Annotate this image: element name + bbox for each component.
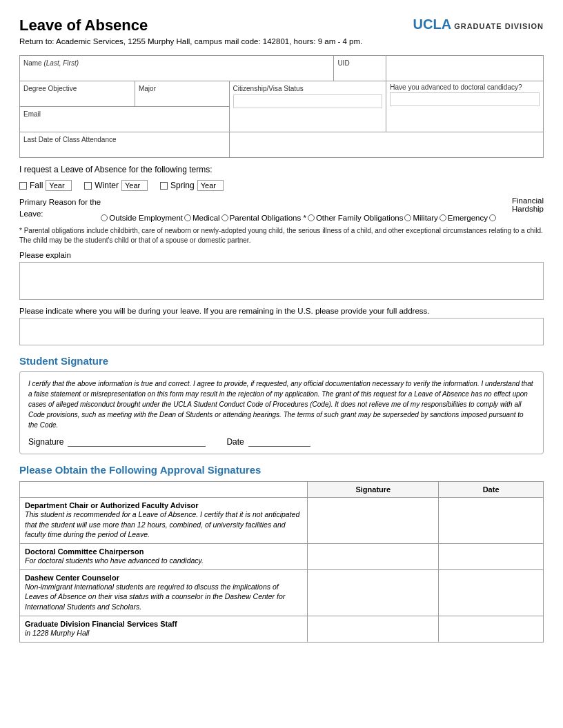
outside-employment-radio[interactable] — [101, 214, 108, 221]
financial-option[interactable] — [489, 214, 496, 221]
date-col-header: Date — [439, 482, 544, 498]
fall-label: Fall — [30, 181, 43, 190]
name-value[interactable] — [23, 68, 330, 79]
medical-label: Medical — [192, 214, 220, 222]
parental-option[interactable]: Parental Obligations * — [221, 214, 306, 222]
parental-radio[interactable] — [221, 214, 228, 221]
outside-employment-label: Outside Employment — [109, 214, 183, 222]
winter-year[interactable]: Year — [121, 180, 148, 191]
approval-row-2-title: Dashew Center Counselor — [25, 574, 302, 582]
fall-term: Fall Year — [19, 180, 72, 191]
last-date-value[interactable] — [23, 144, 226, 155]
financial-header: Financial Hardship — [101, 196, 544, 213]
major-label: Major — [139, 85, 156, 92]
spring-term: Spring Year — [160, 180, 224, 191]
date-field: Date — [226, 437, 310, 447]
approval-row: Doctoral Committee ChairpersonFor doctor… — [20, 544, 544, 570]
sig-box: I certify that the above information is … — [19, 371, 544, 454]
fall-year[interactable]: Year — [46, 180, 72, 191]
winter-checkbox[interactable] — [84, 182, 92, 190]
sig-col-header: Signature — [308, 482, 439, 498]
approval-row-3-sig[interactable] — [308, 616, 439, 642]
approval-row: Graduate Division Financial Services Sta… — [20, 616, 544, 642]
military-radio[interactable] — [404, 214, 411, 221]
email-label: Email — [23, 110, 41, 118]
email-value[interactable] — [23, 119, 226, 130]
explain-textarea[interactable] — [19, 262, 544, 300]
emergency-radio[interactable] — [439, 214, 446, 221]
approval-row-0-desc: This student is recommended for a Leave … — [25, 509, 302, 540]
financial-radio[interactable] — [489, 214, 496, 221]
signature-label: Signature — [28, 437, 63, 447]
uid-value[interactable] — [337, 68, 382, 79]
explain-section: Please explain — [19, 251, 544, 300]
outside-employment-option[interactable]: Outside Employment — [101, 214, 183, 222]
signature-field: Signature — [28, 437, 206, 447]
personal-info-table: Name (Last, First) UID Degree Objective … — [19, 55, 544, 158]
page-title: Leave of Absence — [19, 17, 148, 34]
fall-checkbox[interactable] — [19, 182, 27, 190]
winter-term: Winter Year — [84, 180, 148, 191]
doctoral-value[interactable] — [390, 92, 540, 106]
spring-year[interactable]: Year — [197, 180, 224, 191]
approval-row-2-sig[interactable] — [308, 569, 439, 616]
parental-note: * Parental obligations include childbirt… — [19, 226, 544, 245]
grad-division: GRADUATE DIVISION — [454, 22, 544, 30]
approval-row-0-date[interactable] — [439, 498, 544, 544]
doctoral-label: Have you advanced to doctoral candidacy? — [390, 83, 540, 91]
approval-title: Please Obtain the Following Approval Sig… — [19, 464, 544, 476]
approval-row-0-title: Department Chair or Authorized Faculty A… — [25, 501, 302, 509]
approval-row-2-desc: Non-immigrant international students are… — [25, 582, 302, 612]
terms-row: Fall Year Winter Year Spring Year — [19, 180, 544, 191]
sig-cert-text: I certify that the above information is … — [28, 378, 535, 430]
winter-label: Winter — [95, 181, 119, 190]
approval-section: Please Obtain the Following Approval Sig… — [19, 464, 544, 643]
approval-row-2-date[interactable] — [439, 569, 544, 616]
sig-section-title: Student Signature — [19, 355, 544, 367]
citizenship-label: Citizenship/Visa Status — [233, 83, 383, 93]
last-date-label: Last Date of Class Attendance — [23, 136, 117, 143]
date-label: Date — [226, 437, 244, 447]
family-option[interactable]: Other Family Obligations — [308, 214, 404, 222]
address-label: Please indicate where you will be during… — [19, 307, 544, 315]
date-line[interactable] — [248, 437, 310, 447]
emergency-option[interactable]: Emergency — [439, 214, 488, 222]
address-section: Please indicate where you will be during… — [19, 307, 544, 345]
signature-line[interactable] — [68, 437, 206, 447]
emergency-label: Emergency — [448, 214, 488, 222]
approval-row-1-sig[interactable] — [308, 544, 439, 570]
reason-options: Financial Hardship Outside Employment Me… — [101, 196, 544, 223]
return-address: Return to: Academic Services, 1255 Murph… — [19, 37, 544, 46]
degree-value[interactable] — [23, 93, 131, 104]
explain-label: Please explain — [19, 251, 544, 259]
citizenship-value[interactable] — [233, 94, 383, 108]
medical-option[interactable]: Medical — [184, 214, 220, 222]
spring-checkbox[interactable] — [160, 182, 168, 190]
military-option[interactable]: Military — [404, 214, 437, 222]
primary-reason-label: Primary Reason for the Leave: — [19, 196, 101, 221]
page-header: Leave of Absence UCLA GRADUATE DIVISION — [19, 17, 544, 34]
approval-row-3-date[interactable] — [439, 616, 544, 642]
medical-radio[interactable] — [184, 214, 191, 221]
approval-row-1-desc: For doctoral students who have advanced … — [25, 556, 302, 566]
approval-row-3-title: Graduate Division Financial Services Sta… — [25, 620, 302, 628]
spring-label: Spring — [170, 181, 195, 190]
approval-row-3-desc: in 1228 Murphy Hall — [25, 628, 302, 638]
student-signature-section: Student Signature I certify that the abo… — [19, 355, 544, 454]
approval-row-0-sig[interactable] — [308, 498, 439, 544]
name-label: Name (Last, First) — [23, 59, 79, 67]
address-textarea[interactable] — [19, 318, 544, 345]
leave-request-section: I request a Leave of Absence for the fol… — [19, 165, 544, 245]
family-label: Other Family Obligations — [316, 214, 404, 222]
degree-label: Degree Objective — [23, 85, 77, 92]
approval-row-1-title: Doctoral Committee Chairperson — [25, 547, 302, 556]
ucla-logo: UCLA GRADUATE DIVISION — [413, 17, 544, 32]
uid-label: UID — [337, 59, 349, 67]
approval-table: Signature Date Department Chair or Autho… — [19, 481, 544, 643]
approval-row-1-date[interactable] — [439, 544, 544, 570]
parental-label: Parental Obligations * — [230, 214, 306, 222]
major-value[interactable] — [139, 93, 226, 104]
radio-options-row: Outside Employment Medical Parental Obli… — [101, 214, 544, 222]
family-radio[interactable] — [308, 214, 315, 221]
sig-fields: Signature Date — [28, 437, 535, 447]
